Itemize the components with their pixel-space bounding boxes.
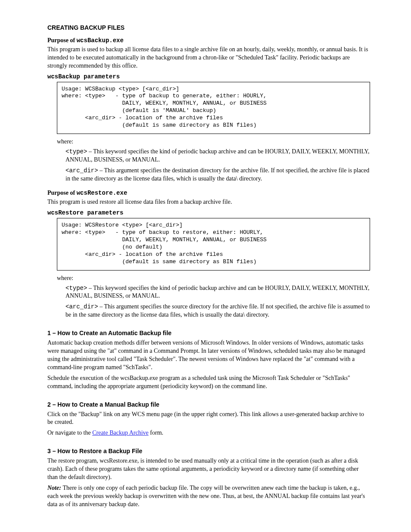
section-2-title: 2 – How to Create a Manual Backup file <box>47 401 370 408</box>
where-def: This argument specifies the destination … <box>65 167 369 182</box>
restore-description: This program is used restore all license… <box>47 198 370 206</box>
where-line: <type> – This keyword specifies the kind… <box>65 284 370 301</box>
section-3-note: Note: There is only one copy of each per… <box>47 484 370 509</box>
restore-box-title: wcsRestore parameters <box>47 209 123 216</box>
backup-heading-code: wcsBackup.exe <box>77 37 124 44</box>
section-2-para-2: Or navigate to the Create Backup Archive… <box>47 429 370 437</box>
section-1-para-1: Automatic backup creation methods differ… <box>47 339 370 372</box>
section-2-para-2a: Or navigate to the <box>47 429 92 436</box>
restore-usage-box: Usage: WCSRestore <type> [<arc_dir>] whe… <box>57 218 370 270</box>
section-2-para-2b: form. <box>149 429 163 436</box>
where-def: This keyword specifies the kind of perio… <box>65 285 369 299</box>
restore-heading-prefix: Purpose of <box>47 190 77 196</box>
backup-where-label: where: <box>57 138 370 145</box>
restore-where-label: where: <box>57 275 370 282</box>
section-2-para-1: Click on the "Backup" link on any WCS me… <box>47 411 370 427</box>
section-heading: CREATING BACKUP FILES <box>47 24 370 31</box>
backup-usage-box: Usage: WCSBackup <type> [<arc_dir>] wher… <box>57 82 370 134</box>
restore-heading: Purpose of wcsRestore.exe <box>47 190 370 196</box>
section-3-para-1: The restore program, wcsRestore.exe, is … <box>47 457 370 482</box>
where-line: <arc_dir> – This argument specifies the … <box>65 167 370 183</box>
section-3-title: 3 – How to Restore a Backup File <box>47 448 370 454</box>
section-1-title: 1 – How to Create an Automatic Backup fi… <box>47 330 370 336</box>
create-backup-link[interactable]: Create Backup Archive <box>92 429 149 436</box>
where-def: This keyword specifies the kind of perio… <box>65 148 369 163</box>
note-prefix: Note: <box>47 485 62 491</box>
backup-box-title: wcsBackup parameters <box>47 73 120 80</box>
section-1-para-2: Schedule the execution of the wcsBackup.… <box>47 374 370 391</box>
note-text: There is only one copy of each periodic … <box>47 485 365 507</box>
where-def: This argument specifies the source direc… <box>65 303 370 318</box>
where-term: <type> <box>65 148 87 155</box>
where-line: <arc_dir> – This argument specifies the … <box>65 303 370 319</box>
backup-description: This program is used to backup all licen… <box>47 46 370 70</box>
where-line: <type> – This keyword specifies the kind… <box>65 148 370 164</box>
restore-heading-code: wcsRestore.exe <box>77 190 128 196</box>
where-term: <type> <box>65 285 87 292</box>
where-term: <arc_dir> <box>65 167 98 174</box>
backup-heading-prefix: Purpose of <box>47 37 77 44</box>
where-term: <arc_dir> <box>65 303 98 310</box>
backup-heading: Purpose of wcsBackup.exe <box>47 37 370 44</box>
